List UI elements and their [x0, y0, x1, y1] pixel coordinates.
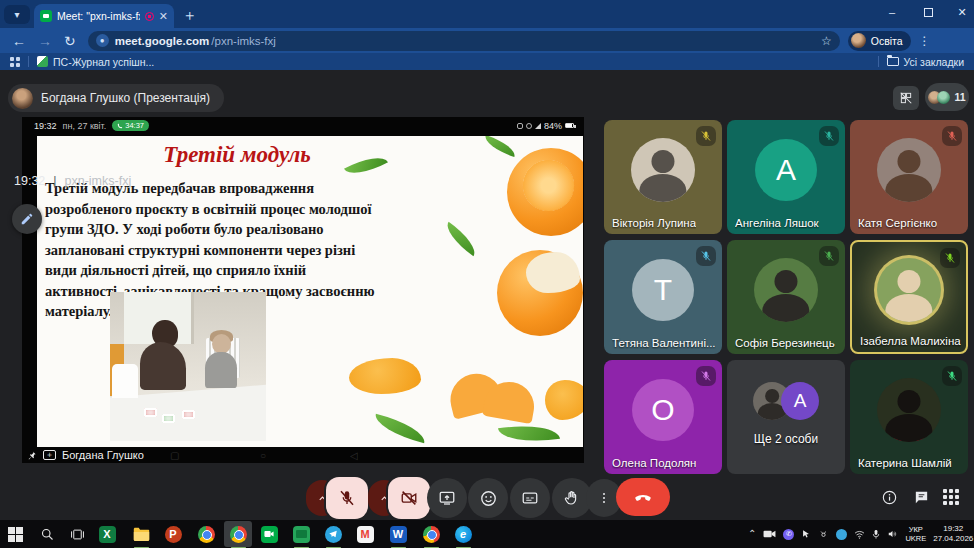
participant-tile[interactable]: О Олена Подолян	[604, 360, 722, 474]
word-icon[interactable]: W	[387, 523, 409, 545]
site-info-icon[interactable]: ●	[96, 34, 109, 47]
tab-close-icon[interactable]: ✕	[159, 10, 168, 23]
leaf-decoration	[498, 420, 560, 447]
window-close-button[interactable]: ✕	[946, 0, 974, 24]
participant-tile-active-speaker[interactable]: Ізабелла Малихіна	[850, 240, 968, 354]
classroom-icon[interactable]	[290, 523, 312, 545]
participant-tile[interactable]: Софія Березинець	[727, 240, 845, 354]
shared-screen-tile[interactable]: 19:32 пн, 27 квіт. 34:37 84% Третій моду…	[22, 117, 584, 463]
mic-off-button[interactable]	[326, 477, 368, 519]
mic-off-badge	[696, 366, 716, 386]
app-tray-icon[interactable]	[836, 529, 847, 540]
participant-name: Олена Подолян	[612, 457, 696, 469]
pip-icon[interactable]: ＋	[43, 450, 56, 460]
bookmark-favicon	[37, 56, 48, 67]
activities-button[interactable]	[938, 484, 964, 510]
url-bar[interactable]: ● meet.google.com /pxn-imks-fxj ☆	[88, 31, 840, 51]
profile-name: Освіта	[871, 35, 903, 47]
participant-tile[interactable]: А Ангеліна Ляшок	[727, 120, 845, 234]
reactions-button[interactable]	[468, 478, 508, 518]
window-maximize-button[interactable]	[912, 0, 944, 24]
participant-letter-avatar: А	[755, 139, 817, 201]
edge-icon[interactable]: e	[452, 523, 474, 545]
participant-letter-avatar: О	[632, 379, 694, 441]
telegram-icon[interactable]	[322, 523, 344, 545]
participant-tile[interactable]: Т Тетяна Валентині...	[604, 240, 722, 354]
tangerine-decoration	[497, 250, 583, 336]
language-indicator[interactable]: УКР UKRE	[905, 525, 926, 544]
system-tray: ⌃ ✆ УКР UKRE 19:32 27.04.2026	[748, 520, 974, 548]
participant-name: Ізабелла Малихіна	[860, 335, 961, 347]
peel-decoration	[545, 380, 583, 420]
participant-tile[interactable]: Вікторія Лупина	[604, 120, 722, 234]
change-layout-button[interactable]	[893, 86, 919, 110]
search-button[interactable]	[36, 523, 58, 545]
bookmark-star-icon[interactable]: ☆	[821, 34, 832, 48]
more-people-tile[interactable]: A Ще 2 особи	[727, 360, 845, 474]
presenter-banner[interactable]: Богдана Глушко (Презентація)	[8, 84, 224, 112]
browser-tab[interactable]: Meet: "pxn-imks-fxj" ✕	[34, 4, 174, 28]
participant-tile[interactable]: Катерина Шамлій	[850, 360, 968, 474]
meet-favicon	[40, 10, 52, 22]
back-icon[interactable]: ←	[12, 33, 26, 49]
bookmark-item[interactable]: ПС-Журнал успішн...	[37, 56, 154, 68]
chrome-active-icon[interactable]	[227, 523, 249, 545]
mic-off-badge	[819, 126, 839, 146]
camera-off-button[interactable]	[388, 477, 430, 519]
mic-off-badge	[696, 126, 716, 146]
url-path: /pxn-imks-fxj	[211, 35, 276, 47]
slide-photo	[110, 292, 266, 441]
browser-navbar: ← → ↻ ● meet.google.com /pxn-imks-fxj ☆ …	[0, 28, 974, 53]
meet-main: Богдана Глушко (Презентація) 11 19:32 пн…	[0, 70, 974, 520]
window-minimize-button[interactable]: –	[876, 0, 908, 24]
phone-date: пн, 27 квіт.	[63, 121, 107, 131]
tray-expand-icon[interactable]: ⌃	[748, 529, 756, 539]
phone-icon	[117, 123, 123, 129]
mic-off-badge	[942, 366, 962, 386]
viber-tray-icon[interactable]: ✆	[783, 529, 794, 540]
wifi-tray-icon[interactable]	[854, 530, 865, 539]
chrome-profile-icon[interactable]	[420, 523, 442, 545]
reload-icon[interactable]: ↻	[64, 33, 76, 49]
all-bookmarks-label: Усі закладки	[904, 56, 964, 68]
meet-app-icon[interactable]	[258, 523, 280, 545]
excel-icon[interactable]: X	[96, 523, 118, 545]
tray-camera-icon[interactable]	[763, 529, 776, 539]
file-explorer-icon[interactable]	[130, 523, 152, 545]
new-tab-button[interactable]: ＋	[182, 6, 197, 25]
task-view-button[interactable]	[66, 523, 88, 545]
satellite-tray-icon[interactable]	[818, 529, 829, 539]
mic-off-badge	[940, 248, 960, 268]
presenter-avatar	[12, 88, 33, 109]
end-call-button[interactable]	[616, 478, 670, 516]
group-letter-avatar: A	[781, 382, 819, 420]
tab-search-button[interactable]: ▾	[4, 5, 30, 24]
annotate-button[interactable]	[12, 204, 42, 234]
participant-tile[interactable]: Катя Сергієнко	[850, 120, 968, 234]
gmail-icon[interactable]: M	[354, 523, 376, 545]
all-bookmarks[interactable]: Усі закладки	[870, 56, 964, 68]
present-screen-button[interactable]	[427, 478, 467, 518]
peel-decoration	[349, 358, 421, 394]
start-button[interactable]	[4, 523, 26, 545]
participant-name: Катерина Шамлій	[858, 457, 952, 469]
chat-button[interactable]	[908, 484, 934, 510]
meeting-details-button[interactable]	[876, 484, 902, 510]
chrome-icon[interactable]	[195, 523, 217, 545]
browser-menu-icon[interactable]: ⋮	[919, 34, 931, 48]
participant-name: Катя Сергієнко	[858, 217, 937, 229]
clock[interactable]: 19:32 27.04.2026	[933, 524, 973, 544]
volume-tray-icon[interactable]	[887, 529, 898, 539]
cursor-tray-icon[interactable]	[801, 529, 811, 539]
mic-tray-icon[interactable]	[872, 529, 880, 540]
apps-grid-icon[interactable]	[10, 57, 20, 67]
profile-chip[interactable]: Освіта	[848, 31, 911, 51]
powerpoint-icon[interactable]: P	[162, 523, 184, 545]
battery-percent: 84%	[544, 121, 562, 131]
participant-name: Ангеліна Ляшок	[735, 217, 819, 229]
participants-count-pill[interactable]: 11	[925, 83, 969, 111]
recording-indicator-icon	[145, 12, 154, 21]
battery-icon	[565, 123, 574, 128]
forward-icon[interactable]: →	[38, 33, 52, 49]
captions-button[interactable]	[510, 478, 550, 518]
